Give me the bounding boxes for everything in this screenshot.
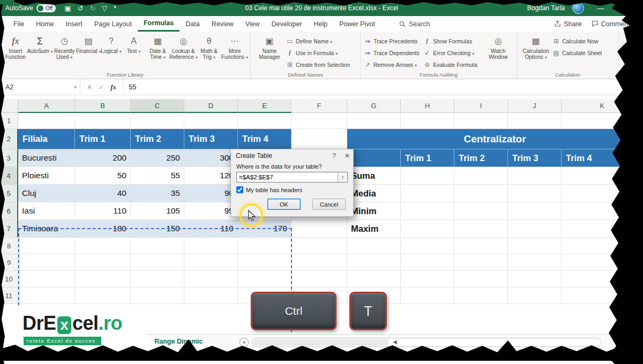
cell-A10[interactable]	[18, 271, 75, 287]
create-from-selection-button[interactable]: ⊞ Create from Selection	[286, 59, 350, 70]
comments-button[interactable]: Comments	[592, 20, 633, 28]
cell-K9[interactable]	[562, 254, 643, 271]
cell-H5[interactable]	[401, 185, 454, 202]
show-formulas-button[interactable]: ƒ Show Formulas	[423, 35, 482, 47]
redo-icon[interactable]: ↻	[89, 4, 95, 12]
cell-J10[interactable]	[508, 271, 562, 287]
cell-A1[interactable]	[18, 113, 75, 129]
row-header-5[interactable]: 5	[0, 185, 18, 202]
close-button[interactable]: ✕	[632, 4, 638, 12]
cell-B10[interactable]	[75, 271, 131, 287]
cell-D9[interactable]	[184, 254, 238, 271]
customize-qat-icon[interactable]: ▾	[114, 4, 116, 12]
new-sheet-button[interactable]: +	[240, 338, 249, 347]
cell-G3[interactable]	[347, 149, 401, 167]
table-headers-checkbox[interactable]	[236, 186, 243, 193]
cell-C2[interactable]: Trim 2	[131, 129, 184, 149]
cell-G6[interactable]: Minim	[347, 202, 401, 220]
horizontal-scrollbar[interactable]: ◀	[252, 338, 601, 347]
cell-E10[interactable]	[238, 271, 291, 287]
minimize-button[interactable]: —	[597, 4, 604, 12]
cell-K10[interactable]	[562, 271, 643, 287]
cell-A3[interactable]: Bucuresti	[18, 149, 75, 167]
cancel-entry-icon[interactable]: ✕	[87, 84, 92, 91]
cell-G8[interactable]	[347, 238, 401, 254]
cell-D4[interactable]: 120	[184, 167, 238, 185]
tab-help[interactable]: Help	[308, 16, 334, 32]
name-box-caret-icon[interactable]: ▾	[74, 85, 77, 90]
cell-B3[interactable]: 200	[75, 149, 131, 167]
row-header-6[interactable]: 6	[0, 202, 18, 220]
tab-power-pivot[interactable]: Power Pivot	[333, 16, 381, 32]
cell-E8[interactable]	[238, 238, 291, 254]
cell-G7[interactable]: Maxim	[347, 220, 401, 238]
cell-G5[interactable]: Media	[347, 185, 401, 202]
cancel-button[interactable]: Cancel	[312, 199, 346, 210]
autosave-toggle[interactable]: AutoSave Off	[5, 4, 56, 12]
cell-D3[interactable]: 300	[184, 149, 238, 167]
cell-B1[interactable]	[75, 113, 131, 129]
cell-B11[interactable]	[75, 287, 131, 304]
cell-D6[interactable]: 95	[184, 202, 238, 220]
calculate-now-button[interactable]: ⊞ Calculate Now	[552, 35, 602, 47]
dialog-close-button[interactable]: ✕	[345, 152, 350, 160]
calculation-options-button[interactable]: ▦ Calculation Options	[520, 34, 551, 62]
insert-function-button[interactable]: fx Insert Function	[3, 34, 28, 61]
cell-A9[interactable]	[18, 254, 75, 271]
cell-A4[interactable]: Ploiesti	[18, 167, 75, 185]
cell-D5[interactable]: 90	[184, 185, 238, 202]
share-button[interactable]: Share	[554, 20, 581, 28]
cell-H8[interactable]	[401, 238, 454, 254]
cell-A11[interactable]	[18, 287, 75, 304]
cell-K6[interactable]	[562, 202, 643, 220]
cell-I6[interactable]	[454, 202, 508, 220]
ok-button[interactable]: OK	[267, 199, 301, 210]
cell-F9[interactable]	[291, 254, 347, 271]
cell-I8[interactable]	[454, 238, 508, 254]
cell-E9[interactable]	[238, 254, 291, 271]
cell-J9[interactable]	[508, 254, 562, 271]
cell-A8[interactable]	[18, 238, 75, 254]
cell-F10[interactable]	[291, 271, 347, 287]
autosum-button[interactable]: Σ AutoSum	[29, 34, 51, 56]
cell-G9[interactable]	[347, 254, 401, 271]
confirm-entry-icon[interactable]: ✓	[99, 84, 104, 91]
cell-C7[interactable]: 150	[131, 220, 184, 238]
watch-window-button[interactable]: ◎ Watch Window	[483, 34, 513, 61]
cell-B7[interactable]: 180	[75, 220, 131, 238]
cell-F7[interactable]	[291, 220, 347, 238]
cell-F2[interactable]	[291, 129, 347, 149]
cell-C1[interactable]	[131, 113, 184, 129]
cell-B4[interactable]: 50	[75, 167, 131, 185]
row-header-4[interactable]: 4	[0, 167, 18, 185]
cell-I10[interactable]	[454, 271, 508, 287]
cell-K5[interactable]	[562, 185, 643, 202]
cell-H7[interactable]	[401, 220, 454, 238]
select-all-corner[interactable]	[0, 99, 18, 113]
cell-B6[interactable]: 110	[75, 202, 131, 220]
cell-J8[interactable]	[508, 238, 562, 254]
cell-K1[interactable]	[562, 113, 643, 129]
column-header-A[interactable]: A	[18, 99, 75, 113]
math-trig-button[interactable]: θ Math & Trig	[197, 34, 221, 62]
cell-C4[interactable]: 55	[131, 167, 184, 185]
cell-C6[interactable]: 105	[131, 202, 184, 220]
cell-C11[interactable]	[131, 287, 184, 304]
cell-I4[interactable]	[454, 167, 508, 185]
column-header-D[interactable]: D	[184, 99, 238, 113]
cell-I7[interactable]	[454, 220, 508, 238]
calculate-sheet-button[interactable]: ▤ Calculate Sheet	[552, 47, 602, 58]
scroll-left-icon[interactable]: ◀	[393, 339, 397, 345]
table-headers-checkbox-row[interactable]: My table has headers	[236, 186, 348, 193]
cell-K3[interactable]: Trim 4	[562, 149, 643, 167]
cell-J11[interactable]	[508, 287, 562, 304]
row-header-11[interactable]: 11	[0, 287, 18, 304]
user-avatar[interactable]	[572, 2, 584, 14]
cell-H11[interactable]	[401, 287, 454, 304]
tab-data[interactable]: Data	[180, 16, 205, 32]
cell-C5[interactable]: 35	[131, 185, 184, 202]
table-range-input[interactable]	[236, 172, 348, 183]
cell-H9[interactable]	[401, 254, 454, 271]
cell-I5[interactable]	[454, 185, 508, 202]
cell-J7[interactable]	[508, 220, 562, 238]
